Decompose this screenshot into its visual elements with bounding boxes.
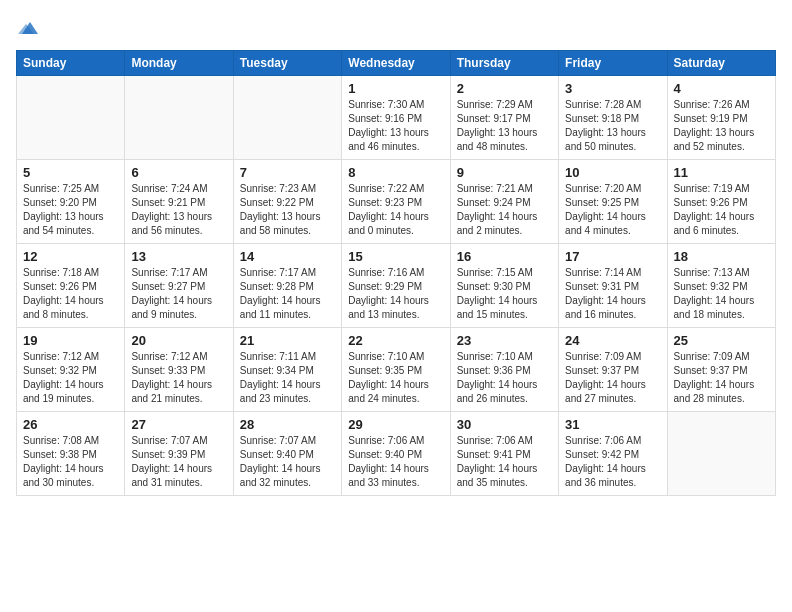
calendar-cell: 31Sunrise: 7:06 AMSunset: 9:42 PMDayligh… [559,412,667,496]
day-info: Sunrise: 7:25 AMSunset: 9:20 PMDaylight:… [23,182,118,238]
day-info: Sunrise: 7:17 AMSunset: 9:27 PMDaylight:… [131,266,226,322]
day-number: 11 [674,165,769,180]
calendar-cell: 10Sunrise: 7:20 AMSunset: 9:25 PMDayligh… [559,160,667,244]
weekday-header: Wednesday [342,51,450,76]
day-number: 3 [565,81,660,96]
calendar-cell: 30Sunrise: 7:06 AMSunset: 9:41 PMDayligh… [450,412,558,496]
day-number: 19 [23,333,118,348]
weekday-header: Friday [559,51,667,76]
day-number: 7 [240,165,335,180]
day-number: 14 [240,249,335,264]
day-number: 9 [457,165,552,180]
day-number: 25 [674,333,769,348]
calendar-cell: 14Sunrise: 7:17 AMSunset: 9:28 PMDayligh… [233,244,341,328]
day-info: Sunrise: 7:10 AMSunset: 9:35 PMDaylight:… [348,350,443,406]
day-info: Sunrise: 7:07 AMSunset: 9:39 PMDaylight:… [131,434,226,490]
day-number: 29 [348,417,443,432]
calendar-cell: 24Sunrise: 7:09 AMSunset: 9:37 PMDayligh… [559,328,667,412]
calendar-cell: 21Sunrise: 7:11 AMSunset: 9:34 PMDayligh… [233,328,341,412]
calendar-cell: 5Sunrise: 7:25 AMSunset: 9:20 PMDaylight… [17,160,125,244]
day-info: Sunrise: 7:08 AMSunset: 9:38 PMDaylight:… [23,434,118,490]
day-info: Sunrise: 7:10 AMSunset: 9:36 PMDaylight:… [457,350,552,406]
day-info: Sunrise: 7:06 AMSunset: 9:40 PMDaylight:… [348,434,443,490]
day-info: Sunrise: 7:21 AMSunset: 9:24 PMDaylight:… [457,182,552,238]
day-number: 20 [131,333,226,348]
calendar-cell: 3Sunrise: 7:28 AMSunset: 9:18 PMDaylight… [559,76,667,160]
weekday-header: Monday [125,51,233,76]
calendar-cell: 17Sunrise: 7:14 AMSunset: 9:31 PMDayligh… [559,244,667,328]
calendar-cell: 12Sunrise: 7:18 AMSunset: 9:26 PMDayligh… [17,244,125,328]
calendar-cell: 11Sunrise: 7:19 AMSunset: 9:26 PMDayligh… [667,160,775,244]
day-number: 17 [565,249,660,264]
day-info: Sunrise: 7:12 AMSunset: 9:33 PMDaylight:… [131,350,226,406]
day-info: Sunrise: 7:09 AMSunset: 9:37 PMDaylight:… [565,350,660,406]
day-info: Sunrise: 7:06 AMSunset: 9:41 PMDaylight:… [457,434,552,490]
calendar-cell: 4Sunrise: 7:26 AMSunset: 9:19 PMDaylight… [667,76,775,160]
calendar-cell: 25Sunrise: 7:09 AMSunset: 9:37 PMDayligh… [667,328,775,412]
day-info: Sunrise: 7:17 AMSunset: 9:28 PMDaylight:… [240,266,335,322]
logo [16,16,42,40]
day-number: 5 [23,165,118,180]
calendar-cell: 22Sunrise: 7:10 AMSunset: 9:35 PMDayligh… [342,328,450,412]
day-number: 27 [131,417,226,432]
day-number: 12 [23,249,118,264]
weekday-header: Saturday [667,51,775,76]
day-number: 8 [348,165,443,180]
calendar-cell [125,76,233,160]
calendar-week-row: 12Sunrise: 7:18 AMSunset: 9:26 PMDayligh… [17,244,776,328]
calendar-cell: 19Sunrise: 7:12 AMSunset: 9:32 PMDayligh… [17,328,125,412]
day-number: 13 [131,249,226,264]
calendar-week-row: 26Sunrise: 7:08 AMSunset: 9:38 PMDayligh… [17,412,776,496]
calendar-cell: 16Sunrise: 7:15 AMSunset: 9:30 PMDayligh… [450,244,558,328]
day-number: 16 [457,249,552,264]
calendar-cell: 9Sunrise: 7:21 AMSunset: 9:24 PMDaylight… [450,160,558,244]
calendar-cell [17,76,125,160]
day-number: 4 [674,81,769,96]
day-info: Sunrise: 7:09 AMSunset: 9:37 PMDaylight:… [674,350,769,406]
day-number: 15 [348,249,443,264]
day-number: 24 [565,333,660,348]
day-number: 6 [131,165,226,180]
calendar-cell: 1Sunrise: 7:30 AMSunset: 9:16 PMDaylight… [342,76,450,160]
day-info: Sunrise: 7:16 AMSunset: 9:29 PMDaylight:… [348,266,443,322]
calendar-cell: 8Sunrise: 7:22 AMSunset: 9:23 PMDaylight… [342,160,450,244]
calendar-week-row: 5Sunrise: 7:25 AMSunset: 9:20 PMDaylight… [17,160,776,244]
calendar-week-row: 19Sunrise: 7:12 AMSunset: 9:32 PMDayligh… [17,328,776,412]
calendar-cell: 6Sunrise: 7:24 AMSunset: 9:21 PMDaylight… [125,160,233,244]
day-info: Sunrise: 7:28 AMSunset: 9:18 PMDaylight:… [565,98,660,154]
calendar-header-row: SundayMondayTuesdayWednesdayThursdayFrid… [17,51,776,76]
day-info: Sunrise: 7:18 AMSunset: 9:26 PMDaylight:… [23,266,118,322]
day-number: 23 [457,333,552,348]
day-info: Sunrise: 7:11 AMSunset: 9:34 PMDaylight:… [240,350,335,406]
day-info: Sunrise: 7:23 AMSunset: 9:22 PMDaylight:… [240,182,335,238]
calendar-cell: 26Sunrise: 7:08 AMSunset: 9:38 PMDayligh… [17,412,125,496]
day-info: Sunrise: 7:26 AMSunset: 9:19 PMDaylight:… [674,98,769,154]
day-info: Sunrise: 7:13 AMSunset: 9:32 PMDaylight:… [674,266,769,322]
day-number: 30 [457,417,552,432]
calendar-cell: 18Sunrise: 7:13 AMSunset: 9:32 PMDayligh… [667,244,775,328]
calendar-cell: 7Sunrise: 7:23 AMSunset: 9:22 PMDaylight… [233,160,341,244]
page-header [16,16,776,40]
day-number: 22 [348,333,443,348]
day-info: Sunrise: 7:12 AMSunset: 9:32 PMDaylight:… [23,350,118,406]
weekday-header: Sunday [17,51,125,76]
day-info: Sunrise: 7:07 AMSunset: 9:40 PMDaylight:… [240,434,335,490]
calendar-week-row: 1Sunrise: 7:30 AMSunset: 9:16 PMDaylight… [17,76,776,160]
day-info: Sunrise: 7:22 AMSunset: 9:23 PMDaylight:… [348,182,443,238]
day-info: Sunrise: 7:19 AMSunset: 9:26 PMDaylight:… [674,182,769,238]
day-number: 10 [565,165,660,180]
logo-icon [18,16,42,40]
calendar-cell: 2Sunrise: 7:29 AMSunset: 9:17 PMDaylight… [450,76,558,160]
day-info: Sunrise: 7:29 AMSunset: 9:17 PMDaylight:… [457,98,552,154]
calendar-cell: 13Sunrise: 7:17 AMSunset: 9:27 PMDayligh… [125,244,233,328]
calendar-table: SundayMondayTuesdayWednesdayThursdayFrid… [16,50,776,496]
day-number: 1 [348,81,443,96]
calendar-cell: 15Sunrise: 7:16 AMSunset: 9:29 PMDayligh… [342,244,450,328]
calendar-cell: 29Sunrise: 7:06 AMSunset: 9:40 PMDayligh… [342,412,450,496]
day-number: 18 [674,249,769,264]
day-info: Sunrise: 7:15 AMSunset: 9:30 PMDaylight:… [457,266,552,322]
day-number: 26 [23,417,118,432]
day-info: Sunrise: 7:30 AMSunset: 9:16 PMDaylight:… [348,98,443,154]
day-number: 2 [457,81,552,96]
day-info: Sunrise: 7:14 AMSunset: 9:31 PMDaylight:… [565,266,660,322]
